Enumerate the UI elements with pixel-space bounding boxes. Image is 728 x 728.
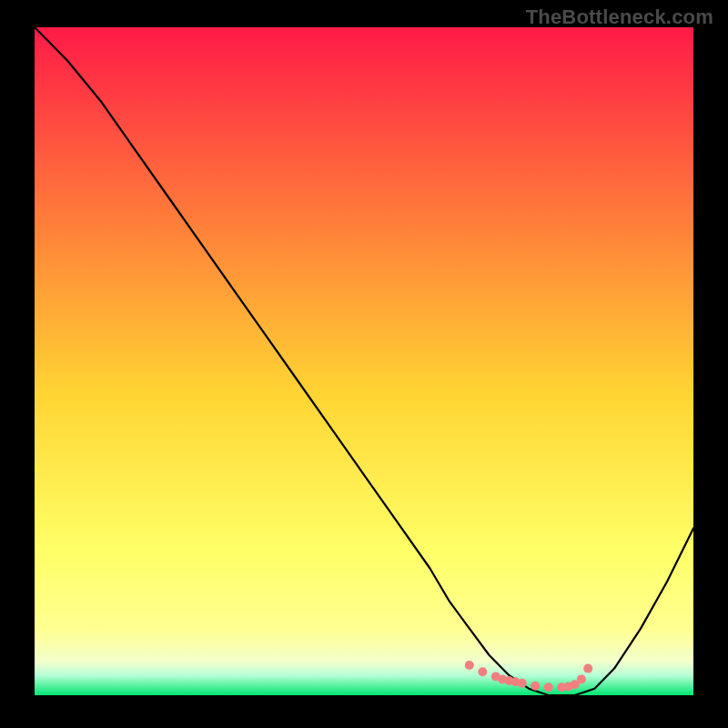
- highlight-dot: [518, 679, 527, 688]
- highlight-dot: [583, 664, 592, 673]
- chart-frame: { "watermark": "TheBottleneck.com", "col…: [0, 0, 728, 728]
- highlight-dot: [465, 661, 474, 670]
- highlight-dot: [544, 682, 553, 692]
- highlight-dot: [531, 682, 540, 691]
- highlight-dot: [478, 667, 487, 676]
- highlight-dot: [577, 674, 586, 683]
- chart-svg: [35, 27, 693, 695]
- gradient-background: [35, 27, 693, 695]
- watermark-text: TheBottleneck.com: [526, 5, 713, 29]
- plot-area: [35, 27, 693, 695]
